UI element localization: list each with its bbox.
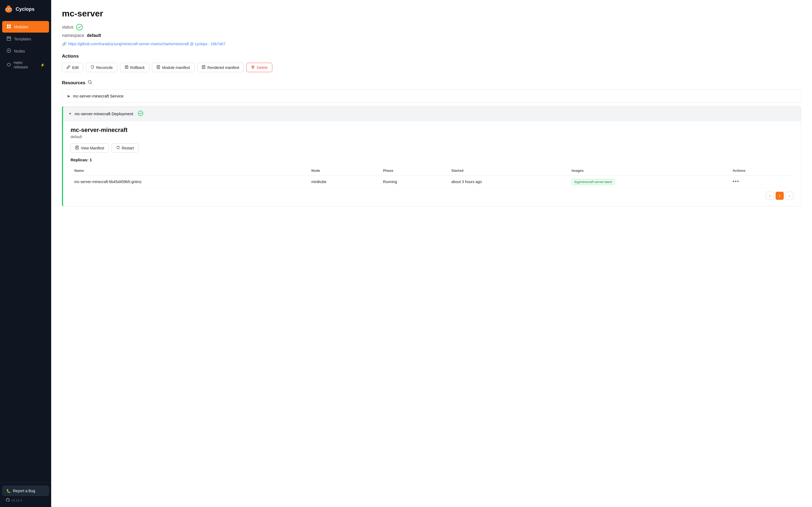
reconcile-button[interactable]: Reconcile — [86, 63, 117, 72]
sidebar-item-modules[interactable]: Modules — [2, 21, 49, 33]
service-resource-header[interactable]: ▶ mc-server-minecraft Service — [62, 90, 801, 103]
logo-area: Cyclops — [0, 0, 51, 18]
pod-table: Name Node Phase Started Images Actions m… — [70, 166, 794, 188]
restart-button[interactable]: Restart — [111, 143, 139, 153]
bug-icon: 🐛 — [6, 489, 11, 493]
helm-lightning-icon: ⚡ — [40, 63, 45, 67]
sidebar-item-templates-label: Templates — [14, 37, 31, 41]
sidebar-item-helm-label: Helm releases — [14, 61, 37, 69]
version-area: v0.15.4 — [2, 496, 49, 504]
sidebar-item-nodes[interactable]: Nodes — [2, 45, 49, 57]
sidebar: Cyclops Modules Templates Nodes Helm rel… — [0, 0, 51, 507]
main-content: mc-server status namespace default 🔗 htt… — [51, 0, 812, 507]
rollback-button[interactable]: Rollback — [120, 63, 150, 72]
edit-button[interactable]: Edit — [62, 63, 83, 72]
sidebar-bottom: 🐛 Report a Bug v0.15.4 — [0, 482, 51, 507]
reconcile-label: Reconcile — [96, 65, 113, 70]
edit-icon — [66, 65, 70, 70]
pod-images: itzg/minecraft-server:latest — [568, 176, 729, 188]
module-manifest-button[interactable]: Module manifest — [152, 63, 195, 72]
module-manifest-icon — [157, 65, 160, 70]
next-page-button[interactable]: › — [786, 192, 794, 200]
deployment-resource-header[interactable]: ▼ mc-server-minecraft Deployment — [63, 106, 801, 121]
deployment-name: mc-server-minecraft — [70, 126, 794, 133]
cyclops-logo-icon — [4, 5, 13, 13]
col-actions: Actions — [729, 166, 794, 176]
col-images: Images — [568, 166, 729, 176]
svg-rect-10 — [7, 26, 9, 28]
deployment-content: mc-server-minecraft default View Manifes… — [63, 121, 801, 206]
module-manifest-label: Module manifest — [162, 65, 190, 70]
status-label: status — [62, 25, 73, 30]
pod-started: about 3 hours ago — [448, 176, 568, 188]
rollback-label: Rollback — [130, 65, 145, 70]
pod-actions: ••• — [729, 176, 794, 188]
report-bug-label: Report a Bug — [13, 489, 35, 493]
version-label: v0.15.4 — [11, 499, 22, 502]
sidebar-item-nodes-label: Nodes — [14, 49, 25, 53]
delete-icon — [251, 65, 255, 70]
nodes-icon — [6, 49, 11, 54]
restart-label: Restart — [122, 146, 134, 150]
rendered-manifest-icon — [202, 65, 206, 70]
link-icon: 🔗 — [62, 42, 66, 46]
pod-phase: Running — [379, 176, 448, 188]
svg-rect-8 — [7, 24, 9, 26]
col-phase: Phase — [379, 166, 448, 176]
rendered-manifest-button[interactable]: Rendered manifest — [197, 63, 244, 72]
svg-point-20 — [138, 111, 143, 116]
search-icon[interactable] — [88, 80, 92, 86]
pagination: ‹ 1 › — [70, 188, 794, 200]
svg-rect-9 — [9, 24, 11, 26]
image-badge: itzg/minecraft-server:latest — [572, 179, 615, 185]
sidebar-item-modules-label: Modules — [14, 25, 28, 29]
namespace-value: default — [87, 33, 101, 38]
replicas-label: Replicas: 1 — [70, 158, 794, 162]
svg-point-15 — [8, 50, 9, 51]
pod-node: minikube — [308, 176, 379, 188]
deployment-status-ok-icon — [138, 111, 143, 117]
git-link[interactable]: 🔗 https://github.com/KaradzaJuraj/minecr… — [62, 42, 801, 46]
sidebar-item-templates[interactable]: Templates — [2, 33, 49, 45]
modules-icon — [6, 24, 11, 30]
svg-rect-12 — [7, 37, 11, 38]
page-title: mc-server — [62, 9, 801, 18]
git-url-text: https://github.com/KaradzaJuraj/minecraf… — [68, 42, 225, 46]
prev-page-button[interactable]: ‹ — [766, 192, 774, 200]
restart-icon — [116, 146, 120, 150]
svg-point-7 — [9, 5, 10, 7]
view-manifest-button[interactable]: View Manifest — [70, 143, 109, 153]
report-bug-button[interactable]: 🐛 Report a Bug — [2, 486, 49, 496]
delete-button[interactable]: Delete — [247, 63, 272, 72]
svg-point-6 — [7, 5, 8, 7]
svg-point-19 — [88, 80, 91, 83]
service-resource-name: mc-server-minecraft Service — [73, 94, 124, 98]
deployment-namespace: default — [70, 134, 794, 139]
col-node: Node — [308, 166, 379, 176]
reconcile-icon — [91, 65, 94, 70]
resources-title: Resources — [62, 80, 86, 86]
status-row: status — [62, 24, 801, 31]
view-manifest-label: View Manifest — [81, 146, 104, 150]
logo-text: Cyclops — [16, 6, 35, 12]
helm-icon — [6, 62, 11, 68]
page-1-button[interactable]: 1 — [776, 192, 784, 200]
actions-section-title: Actions — [62, 54, 801, 59]
deployment-resource-card: ▼ mc-server-minecraft Deployment mc-serv… — [62, 106, 801, 207]
status-ok-icon — [76, 24, 83, 31]
svg-rect-11 — [9, 26, 11, 28]
namespace-row: namespace default — [62, 33, 801, 38]
service-resource-card: ▶ mc-server-minecraft Service — [62, 89, 801, 103]
svg-rect-13 — [7, 38, 11, 40]
rollback-icon — [125, 65, 128, 70]
deployment-chevron-icon: ▼ — [68, 112, 72, 116]
edit-label: Edit — [72, 65, 78, 70]
sidebar-item-helm-releases[interactable]: Helm releases ⚡ — [2, 57, 49, 72]
pod-more-button[interactable]: ••• — [733, 179, 739, 184]
rendered-manifest-label: Rendered manifest — [207, 65, 239, 70]
svg-point-3 — [7, 9, 8, 10]
col-name: Name — [70, 166, 308, 176]
deployment-resource-name: mc-server-minecraft Deployment — [74, 111, 133, 116]
sidebar-nav: Modules Templates Nodes Helm releases ⚡ — [0, 18, 51, 482]
pod-name: mc-server-minecraft-6b45d459b5-gntmz — [70, 176, 308, 188]
